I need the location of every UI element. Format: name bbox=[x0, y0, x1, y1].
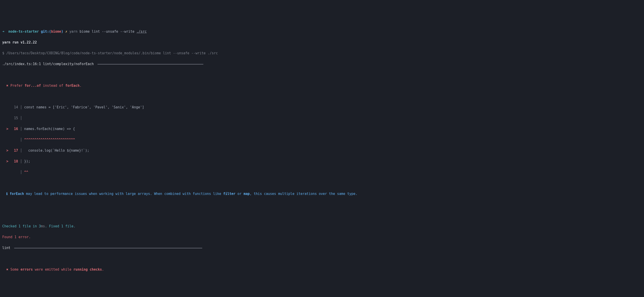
code-content: const names = ['Eric', 'Fabrice', 'Pavel… bbox=[24, 105, 144, 109]
code-line-17: > 17 │ console.log(`Hello ${name}!`); bbox=[2, 148, 642, 153]
line-number-highlighted: 18 bbox=[10, 159, 18, 164]
blank-line bbox=[2, 180, 642, 186]
advice-dot: . bbox=[80, 84, 82, 88]
code-line-14: 14 │ const names = ['Eric', 'Fabrice', '… bbox=[2, 105, 642, 110]
gutter-pipe-icon: │ bbox=[20, 149, 22, 153]
file-location: ./src/index.ts:16:1 bbox=[2, 62, 41, 66]
fixed-text: . Fixed 1 file. bbox=[45, 224, 76, 228]
advice-text-mid: instead of bbox=[43, 84, 63, 88]
emitted-keyword-errors: errors bbox=[20, 267, 33, 271]
gutter-pipe-icon: │ bbox=[20, 138, 22, 142]
gutter-pipe-icon: │ bbox=[20, 159, 22, 163]
emitted-keyword-running: running checks bbox=[74, 267, 102, 271]
info-text: , this causes multiple iterations over t… bbox=[250, 192, 358, 196]
line-number-blank bbox=[10, 169, 18, 175]
paren-close: ) bbox=[61, 30, 63, 34]
emitted-text: Some bbox=[10, 267, 18, 271]
advice-keyword-foreach: forEach bbox=[65, 84, 80, 88]
info-keyword-foreach: forEach bbox=[10, 192, 24, 196]
info-text: may lead to performance issues when work… bbox=[24, 192, 223, 196]
error-x-icon: ✖ bbox=[6, 84, 8, 88]
blank-line bbox=[2, 213, 642, 218]
blank-line bbox=[2, 278, 642, 283]
error-caret-underline: ^^^^^^^^^^^^^^^^^^^^^^^^^ bbox=[24, 138, 75, 142]
blank-line bbox=[2, 202, 642, 207]
line-number: 15 bbox=[10, 115, 18, 121]
blank-line bbox=[2, 94, 642, 99]
lint-rule-name: lint/complexity/noForEach bbox=[43, 62, 94, 66]
error-caret-underline: ^^ bbox=[24, 170, 28, 174]
line-number-highlighted: 17 bbox=[10, 148, 18, 153]
line-number-highlighted: 16 bbox=[10, 126, 18, 132]
yarn-run-version: yarn run v1.22.22 bbox=[2, 40, 642, 45]
ms-unit: ms bbox=[41, 224, 45, 228]
checked-text: Checked 1 file in 3 bbox=[2, 224, 41, 228]
advice-line: ✖ Prefer for...of instead of forEach. bbox=[2, 83, 642, 88]
exec-full-path: /Users/teco/Desktop/CODING/Blog/code/nod… bbox=[6, 51, 218, 55]
line-number: 14 bbox=[10, 105, 18, 110]
code-caret-line: │ ^^^^^^^^^^^^^^^^^^^^^^^^^ bbox=[2, 137, 642, 142]
cmd-args: biome lint --unsafe --write bbox=[80, 30, 134, 34]
terminal-output[interactable]: ➜ node-ts-starter git:(biome) ✗ yarn bio… bbox=[2, 24, 642, 297]
code-content: console.log(`Hello ${name}!`); bbox=[24, 149, 89, 153]
info-icon: ℹ bbox=[6, 192, 8, 196]
found-errors-line: Found 1 error. bbox=[2, 234, 642, 240]
gutter-pipe-icon: │ bbox=[20, 127, 22, 131]
prompt-line-1: ➜ node-ts-starter git:(biome) ✗ yarn bio… bbox=[2, 29, 642, 34]
info-keyword-filter: filter bbox=[223, 192, 235, 196]
paren-open: ( bbox=[49, 30, 51, 34]
gutter-pipe-icon: │ bbox=[20, 170, 22, 174]
diagnostic-header: ./src/index.ts:16:1 lint/complexity/noFo… bbox=[2, 61, 642, 67]
info-keyword-map: map bbox=[244, 192, 250, 196]
lint-separator: lint bbox=[2, 245, 642, 250]
cmd-executable: yarn bbox=[69, 30, 78, 34]
line-error-marker-icon: > bbox=[6, 149, 8, 153]
line-number-blank bbox=[10, 137, 18, 142]
code-content: names.forEach((name) => { bbox=[24, 127, 75, 131]
exec-path-line: $ /Users/teco/Desktop/CODING/Blog/code/n… bbox=[2, 51, 642, 56]
prompt-arrow-icon: ➜ bbox=[2, 30, 4, 34]
code-line-16: > 16 │ names.forEach((name) => { bbox=[2, 126, 642, 132]
errors-emitted-line: ✖ Some errors were emitted while running… bbox=[2, 267, 642, 272]
advice-keyword-forof: for...of bbox=[24, 84, 41, 88]
emitted-text-mid: were emitted while bbox=[35, 267, 72, 271]
dollar-sign: $ bbox=[2, 51, 4, 55]
gutter-pipe-icon: │ bbox=[20, 116, 22, 120]
code-line-18: > 18 │ }); bbox=[2, 159, 642, 164]
dirty-indicator-icon: ✗ bbox=[65, 30, 67, 34]
prompt-dir: node-ts-starter bbox=[8, 30, 39, 34]
line-error-marker-icon: > bbox=[6, 127, 8, 131]
code-content: }); bbox=[24, 159, 30, 163]
error-x-icon: ✖ bbox=[6, 267, 8, 271]
lint-label: lint bbox=[2, 246, 10, 250]
line-error-marker-icon: > bbox=[6, 159, 8, 163]
info-text: or bbox=[236, 192, 244, 196]
code-line-15: 15 │ bbox=[2, 115, 642, 121]
separator-line-icon bbox=[14, 248, 202, 248]
advice-text: Prefer bbox=[10, 84, 22, 88]
emitted-dot: . bbox=[102, 267, 104, 271]
prompt-git-label: git: bbox=[41, 30, 49, 34]
checked-summary: Checked 1 file in 3ms. Fixed 1 file. bbox=[2, 223, 642, 229]
code-caret-line: │ ^^ bbox=[2, 169, 642, 175]
blank-line bbox=[2, 256, 642, 261]
blank-line bbox=[2, 72, 642, 78]
gutter-pipe-icon: │ bbox=[20, 105, 22, 109]
blank-line bbox=[2, 288, 642, 294]
separator-line-icon bbox=[98, 64, 203, 65]
cmd-target-path: ./src bbox=[136, 30, 146, 34]
found-error-text: Found 1 error. bbox=[2, 235, 30, 239]
info-message-line: ℹ forEach may lead to performance issues… bbox=[2, 191, 642, 196]
prompt-branch: biome bbox=[51, 30, 61, 34]
